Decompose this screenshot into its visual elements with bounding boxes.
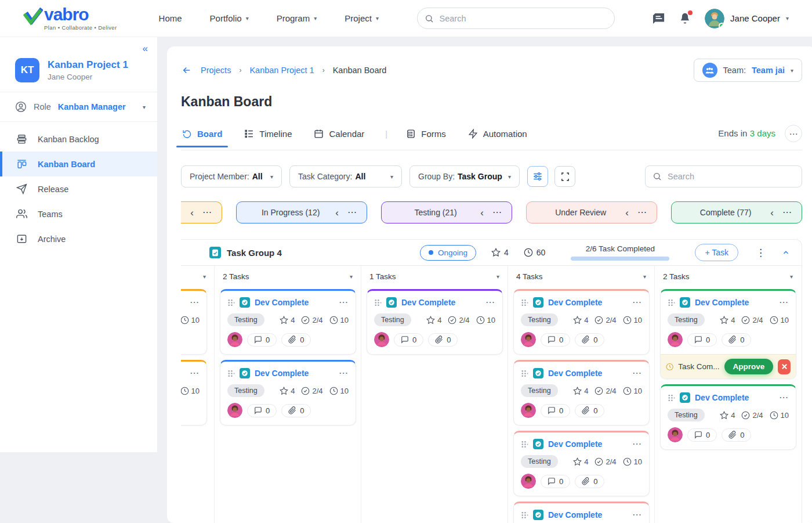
- project-header[interactable]: KT Kanban Project 1 Jane Cooper: [0, 55, 157, 92]
- column-scroll-left-icon[interactable]: ‹: [480, 208, 484, 218]
- attachments-badge[interactable]: 0: [428, 333, 458, 347]
- sidebar-item-teams[interactable]: Teams: [0, 201, 157, 226]
- filter-task-category[interactable]: Task Category:All ▾: [289, 165, 402, 187]
- task-title-link[interactable]: Dev Complete: [548, 510, 602, 520]
- sidebar-collapse-icon[interactable]: «: [143, 43, 148, 55]
- group-collapse-icon[interactable]: [782, 248, 790, 257]
- task-menu-icon[interactable]: ⋯: [779, 298, 789, 307]
- column-task-count[interactable]: 4 Tasks ▾: [508, 266, 654, 287]
- task-card[interactable]: Dev Complete ⋯ Testing 4 2/4 10: [181, 360, 207, 425]
- board-more-button[interactable]: ⋯: [785, 125, 802, 142]
- comments-badge[interactable]: 0: [247, 333, 277, 347]
- drag-handle-icon[interactable]: [374, 299, 382, 306]
- column-header-pill[interactable]: Complete (77) ‹ ⋯: [671, 201, 802, 223]
- task-menu-icon[interactable]: ⋯: [190, 369, 200, 378]
- nav-item-project[interactable]: Project▾: [345, 13, 379, 23]
- column-scroll-left-icon[interactable]: ‹: [335, 208, 339, 218]
- column-menu-icon[interactable]: ⋯: [782, 208, 792, 217]
- task-card[interactable]: Dev Complete ⋯ Testing 4 2/4 10: [660, 289, 796, 379]
- assignee-avatar[interactable]: [521, 474, 536, 489]
- notifications-button[interactable]: [679, 12, 691, 25]
- sidebar-item-kanban-backlog[interactable]: Kanban Backlog: [0, 127, 157, 152]
- messages-button[interactable]: [652, 13, 665, 24]
- comments-badge[interactable]: 0: [394, 333, 423, 347]
- tab-calendar[interactable]: Calendar: [313, 129, 365, 146]
- column-header-pill[interactable]: Testing (21) ‹ ⋯: [381, 201, 512, 223]
- role-selector[interactable]: Role Kanban Manager ▾: [0, 92, 157, 122]
- assignee-avatar[interactable]: [668, 427, 683, 442]
- assignee-avatar[interactable]: [227, 403, 242, 418]
- column-task-count[interactable]: ▾: [181, 266, 214, 287]
- column-header-pill[interactable]: ‹ ⋯: [181, 201, 222, 223]
- group-menu-icon[interactable]: ⋮: [756, 247, 766, 259]
- task-card[interactable]: Dev Complete ⋯ Testing 4 2/4 10: [513, 289, 650, 355]
- team-selector[interactable]: Team: Team jai ▾: [694, 59, 802, 82]
- attachments-badge[interactable]: 0: [281, 333, 311, 347]
- add-task-button[interactable]: + Task: [695, 244, 738, 261]
- column-scroll-left-icon[interactable]: ‹: [190, 208, 194, 218]
- attachments-badge[interactable]: 0: [575, 333, 604, 347]
- filter-group-by[interactable]: Group By:Task Group ▾: [409, 165, 520, 187]
- comments-badge[interactable]: 0: [687, 333, 717, 347]
- task-menu-icon[interactable]: ⋯: [632, 510, 642, 520]
- filter-project-member[interactable]: Project Member:All ▾: [181, 165, 282, 187]
- column-task-count[interactable]: 1 Tasks ▾: [361, 266, 507, 287]
- nav-item-home[interactable]: Home: [159, 13, 182, 23]
- assignee-avatar[interactable]: [668, 332, 683, 347]
- comments-badge[interactable]: 0: [541, 475, 570, 488]
- column-task-count[interactable]: 2 Tasks ▾: [655, 266, 801, 287]
- attachments-badge[interactable]: 0: [575, 404, 604, 417]
- sidebar-item-archive[interactable]: Archive: [0, 226, 157, 251]
- task-title-link[interactable]: Dev Complete: [548, 439, 602, 449]
- task-card[interactable]: Dev Complete ⋯ Testing 4 2/4 10: [513, 360, 650, 425]
- task-card[interactable]: Dev Complete ⋯ Testing 4 2/4 10: [513, 431, 650, 496]
- task-card[interactable]: Dev Complete ⋯ Testing 4 2/4 10: [220, 360, 356, 425]
- comments-badge[interactable]: 0: [247, 404, 277, 417]
- reject-button[interactable]: [778, 359, 791, 374]
- task-title-link[interactable]: Dev Complete: [695, 393, 749, 402]
- comments-badge[interactable]: 0: [687, 428, 717, 442]
- task-menu-icon[interactable]: ⋯: [339, 369, 349, 378]
- assignee-avatar[interactable]: [374, 332, 389, 347]
- task-card[interactable]: Dev Complete ⋯ Testing 4 2/4 10: [367, 289, 503, 355]
- advanced-filters-button[interactable]: [527, 166, 548, 187]
- comments-badge[interactable]: 0: [541, 404, 570, 417]
- drag-handle-icon[interactable]: [521, 511, 528, 519]
- attachments-badge[interactable]: 0: [722, 428, 751, 442]
- nav-item-program[interactable]: Program▾: [277, 13, 317, 23]
- attachments-badge[interactable]: 0: [722, 333, 751, 347]
- column-menu-icon[interactable]: ⋯: [492, 208, 502, 217]
- task-card[interactable]: Dev Complete ⋯ Testing 4 2/4 10: [181, 289, 207, 355]
- board-search-input[interactable]: [645, 165, 802, 187]
- task-title-link[interactable]: Dev Complete: [255, 369, 309, 378]
- nav-item-portfolio[interactable]: Portfolio▾: [210, 13, 249, 23]
- drag-handle-icon[interactable]: [668, 299, 675, 306]
- task-title-link[interactable]: Dev Complete: [548, 298, 602, 307]
- task-title-link[interactable]: Dev Complete: [401, 298, 455, 307]
- search-input[interactable]: [417, 8, 615, 29]
- assignee-avatar[interactable]: [521, 403, 536, 418]
- task-menu-icon[interactable]: ⋯: [339, 298, 349, 307]
- drag-handle-icon[interactable]: [668, 394, 675, 402]
- task-card[interactable]: Dev Complete ⋯ Testing 4 2/4 10: [513, 502, 650, 523]
- tab-automation[interactable]: Automation: [467, 129, 528, 146]
- task-card[interactable]: Dev Complete ⋯ Testing 4 2/4 10: [220, 289, 356, 355]
- task-title-link[interactable]: Dev Complete: [695, 298, 749, 307]
- column-scroll-left-icon[interactable]: ‹: [625, 208, 629, 218]
- task-title-link[interactable]: Dev Complete: [255, 298, 309, 307]
- attachments-badge[interactable]: 0: [575, 475, 604, 488]
- assignee-avatar[interactable]: [227, 332, 242, 347]
- column-header-pill[interactable]: In Progress (12) ‹ ⋯: [236, 201, 367, 223]
- task-menu-icon[interactable]: ⋯: [632, 439, 642, 449]
- column-menu-icon[interactable]: ⋯: [347, 208, 357, 217]
- column-task-count[interactable]: 2 Tasks ▾: [215, 266, 361, 287]
- task-menu-icon[interactable]: ⋯: [632, 369, 642, 378]
- task-menu-icon[interactable]: ⋯: [190, 298, 200, 307]
- task-menu-icon[interactable]: ⋯: [632, 298, 642, 307]
- group-status-badge[interactable]: Ongoing: [420, 245, 476, 261]
- tab-board[interactable]: Board: [181, 129, 223, 146]
- approve-button[interactable]: Approve: [724, 359, 774, 374]
- drag-handle-icon[interactable]: [227, 299, 235, 306]
- drag-handle-icon[interactable]: [521, 299, 528, 306]
- breadcrumb-project[interactable]: Kanban Project 1: [249, 66, 314, 75]
